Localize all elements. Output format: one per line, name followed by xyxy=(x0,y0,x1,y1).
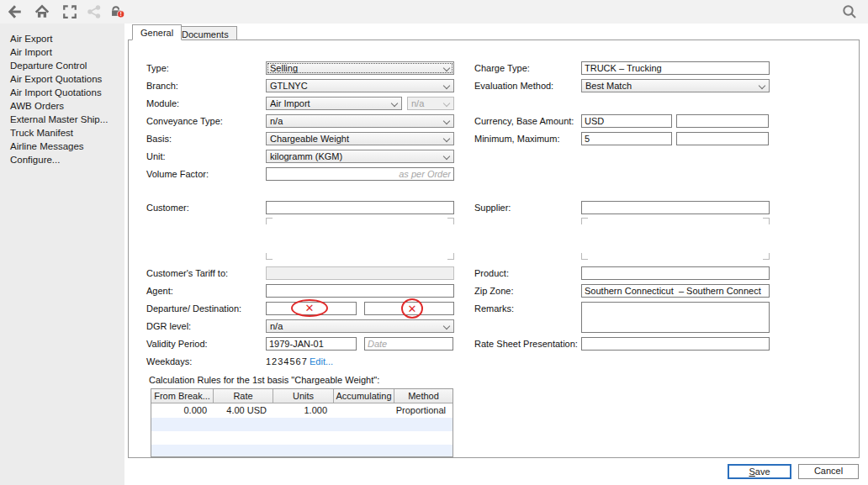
cancel-button[interactable]: Cancel xyxy=(798,464,859,479)
save-button[interactable]: Save xyxy=(728,464,791,479)
empty-row xyxy=(151,431,453,445)
home-icon[interactable] xyxy=(34,4,50,19)
base-amount-input[interactable] xyxy=(676,114,769,128)
sidebar-item-air-import[interactable]: Air Import xyxy=(0,45,124,59)
validity-to-input[interactable] xyxy=(364,337,453,351)
chevron-down-icon xyxy=(443,101,450,108)
sidebar-menu: Air Export Air Import Departure Control … xyxy=(0,24,124,485)
zip-zone-input[interactable] xyxy=(581,284,770,298)
unit-select[interactable]: kilogramm (KGM) xyxy=(266,150,454,163)
conveyance-type-select[interactable]: n/a xyxy=(266,114,454,128)
table-row[interactable]: 0.000 4.00 USD 1.000 Proportional xyxy=(151,403,453,418)
customers-tariff-to-label: Customer's Tariff to: xyxy=(146,268,228,279)
toolbar: ! xyxy=(0,0,868,24)
rate-sheet-presentation-label: Rate Sheet Presentation: xyxy=(474,339,578,350)
sidebar-item-configure[interactable]: Configure... xyxy=(0,153,124,166)
basis-select[interactable]: Chargeable Weight xyxy=(266,132,454,145)
col-accumulating[interactable]: Accumulating xyxy=(334,389,394,403)
share-icon xyxy=(87,4,102,19)
notifications-icon[interactable]: ! xyxy=(110,4,129,19)
product-label: Product: xyxy=(474,268,509,279)
remarks-textarea[interactable] xyxy=(581,302,770,333)
agent-input[interactable] xyxy=(266,284,454,298)
sidebar-item-air-export[interactable]: Air Export xyxy=(0,32,124,45)
sidebar-item-external-master-ship[interactable]: External Master Ship... xyxy=(0,113,124,126)
type-select[interactable]: Selling xyxy=(266,61,454,75)
branch-select[interactable]: GTLNYC xyxy=(266,79,454,92)
weekdays-label: Weekdays: xyxy=(146,356,192,367)
col-rate[interactable]: Rate xyxy=(214,389,273,403)
chevron-down-icon xyxy=(391,101,398,108)
minimum-input[interactable] xyxy=(581,132,672,145)
customer-label: Customer: xyxy=(146,203,189,214)
tab-documents[interactable]: Documents xyxy=(173,26,237,40)
weekdays-value: 1234567 xyxy=(266,356,308,367)
tab-general[interactable]: General xyxy=(132,24,182,40)
calc-rules-table: From Break... Rate Units Accumulating Me… xyxy=(151,388,453,457)
product-input[interactable] xyxy=(581,266,770,280)
conveyance-type-label: Conveyance Type: xyxy=(146,116,223,127)
chevron-down-icon xyxy=(443,324,450,330)
volume-factor-label: Volume Factor: xyxy=(146,169,209,180)
currency-base-amount-label: Currency, Base Amount: xyxy=(474,116,574,127)
departure-destination-label: Departure/ Destination: xyxy=(146,303,241,314)
evaluation-method-label: Evaluation Method: xyxy=(474,81,553,92)
type-label: Type: xyxy=(146,63,169,74)
dgr-level-select[interactable]: n/a xyxy=(266,319,454,333)
agent-label: Agent: xyxy=(146,286,173,297)
supplier-address-area xyxy=(581,218,770,260)
table-header-row: From Break... Rate Units Accumulating Me… xyxy=(151,389,453,403)
basis-label: Basis: xyxy=(146,134,172,145)
col-units[interactable]: Units xyxy=(273,389,334,403)
sidebar-item-air-import-quotations[interactable]: Air Import Quotations xyxy=(0,86,124,99)
sidebar-item-truck-manifest[interactable]: Truck Manifest xyxy=(0,126,124,140)
rate-edit-panel: Type: Selling Branch: GTLNYC Module: Air… xyxy=(128,40,860,458)
destination-error-icon: ✕ xyxy=(401,298,423,319)
supplier-label: Supplier: xyxy=(474,203,511,214)
sidebar-item-awb-orders[interactable]: AWB Orders xyxy=(0,99,124,113)
currency-input[interactable] xyxy=(581,114,672,128)
col-method[interactable]: Method xyxy=(394,389,453,403)
back-icon[interactable] xyxy=(8,4,23,19)
empty-row xyxy=(151,418,453,431)
calc-rules-title: Calculation Rules for the 1st basis "Cha… xyxy=(149,375,379,386)
chevron-down-icon xyxy=(443,136,450,143)
sidebar-item-airline-messages[interactable]: Airline Messages xyxy=(0,140,124,153)
minimum-maximum-label: Minimum, Maximum: xyxy=(474,134,559,145)
departure-error-icon: ✕ xyxy=(291,299,328,317)
chevron-down-icon xyxy=(759,83,765,90)
svg-text:!: ! xyxy=(120,11,122,17)
empty-row xyxy=(151,445,453,456)
maximum-input[interactable] xyxy=(676,132,769,145)
volume-factor-input[interactable] xyxy=(266,167,454,181)
remarks-label: Remarks: xyxy=(474,303,514,314)
module-label: Module: xyxy=(146,98,179,109)
search-icon[interactable] xyxy=(842,4,857,19)
validity-period-label: Validity Period: xyxy=(146,339,208,350)
sidebar-item-air-export-quotations[interactable]: Air Export Quotations xyxy=(0,72,124,86)
dgr-level-label: DGR level: xyxy=(146,321,191,332)
module-sub-select: n/a xyxy=(407,97,454,110)
evaluation-method-select[interactable]: Best Match xyxy=(581,79,770,92)
customer-address-area xyxy=(266,218,454,260)
col-from-break[interactable]: From Break... xyxy=(151,389,214,403)
branch-label: Branch: xyxy=(146,81,178,92)
customers-tariff-to-input xyxy=(266,266,454,280)
chevron-down-icon xyxy=(443,83,450,90)
chevron-down-icon xyxy=(443,154,450,161)
customer-input[interactable] xyxy=(266,201,454,214)
charge-type-input[interactable] xyxy=(581,61,770,75)
validity-from-input[interactable] xyxy=(266,337,357,351)
sidebar-item-departure-control[interactable]: Departure Control xyxy=(0,59,124,72)
charge-type-label: Charge Type: xyxy=(474,63,530,74)
chevron-down-icon xyxy=(443,66,450,72)
module-select[interactable]: Air Import xyxy=(266,97,402,110)
zip-zone-label: Zip Zone: xyxy=(474,286,513,297)
weekdays-edit-link[interactable]: Edit... xyxy=(310,356,333,367)
fullscreen-icon[interactable] xyxy=(62,4,77,19)
unit-label: Unit: xyxy=(146,151,166,162)
rate-sheet-presentation-input[interactable] xyxy=(581,337,770,351)
chevron-down-icon xyxy=(443,119,450,125)
supplier-input[interactable] xyxy=(581,201,770,214)
